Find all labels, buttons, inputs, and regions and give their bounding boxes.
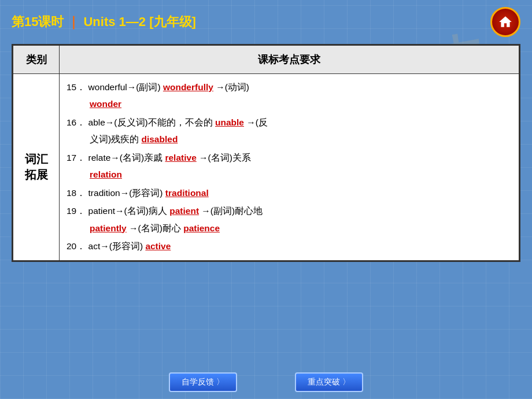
item-text: act→(形容词) — [88, 241, 146, 251]
category-cell: 词汇拓展 — [13, 74, 60, 261]
item-text: patient→(名词)病人 — [88, 206, 170, 216]
item-num: 19． — [66, 206, 86, 216]
answer: patience — [183, 223, 220, 233]
answer: active — [145, 241, 171, 251]
title-bar: ｜ — [67, 14, 80, 29]
item-text: relate→(名词)亲戚 — [88, 153, 165, 162]
list-item: 16． able→(反义词)不能的，不会的 unable →(反 义词)残疾的 … — [66, 114, 512, 148]
content-cell: 15． wonderful→(副词) wonderfully →(动词) won… — [60, 74, 519, 261]
answer: disabled — [141, 134, 178, 144]
answer: patient — [169, 206, 199, 216]
answer: patiently — [90, 223, 127, 233]
item-num: 16． — [66, 117, 86, 127]
footer: 自学反馈 〉 重点突破 〉 — [0, 372, 532, 392]
item-text: →(名词)关系 — [197, 153, 251, 162]
home-button[interactable] — [490, 7, 520, 37]
item-text: →(副词)耐心地 — [199, 206, 263, 216]
list-item: 15． wonderful→(副词) wonderfully →(动词) won… — [66, 79, 512, 113]
title-suffix: Units 1—2 [九年级] — [83, 14, 195, 29]
list-item: 19． patient→(名词)病人 patient →(副词)耐心地 pati… — [66, 202, 512, 237]
item-num: 17． — [66, 153, 86, 162]
table-row: 词汇拓展 15． wonderful→(副词) wonderfully →(动词… — [13, 74, 519, 261]
col2-header: 课标考点要求 — [60, 46, 519, 74]
list-item: 17． relate→(名词)亲戚 relative →(名词)关系 relat… — [66, 149, 512, 183]
item-text: →(反 — [244, 117, 268, 127]
answer: relative — [165, 153, 196, 162]
header-title: 第15课时｜Units 1—2 [九年级] — [12, 13, 196, 31]
col1-header: 类别 — [13, 46, 60, 74]
item-num: 15． — [66, 82, 86, 92]
main-table: 类别 课标考点要求 词汇拓展 15． wonderful→(副词) wonder… — [12, 44, 520, 262]
item-text: 义词)残疾的 — [90, 134, 141, 144]
answer: wonderfully — [163, 82, 213, 92]
header: 第15课时｜Units 1—2 [九年级] — [0, 0, 532, 44]
item-text: →(动词) — [213, 82, 249, 92]
item-num: 20． — [66, 241, 86, 251]
item-text: able→(反义词)不能的，不会的 — [88, 117, 215, 127]
item-text: →(名词)耐心 — [127, 223, 183, 233]
list-item: 20． act→(形容词) active — [66, 238, 512, 254]
list-item: 18． tradition→(形容词) traditional — [66, 184, 512, 201]
answer: wonder — [90, 99, 121, 109]
item-num: 18． — [66, 188, 86, 198]
key-points-button[interactable]: 重点突破 〉 — [295, 372, 363, 392]
answer: traditional — [165, 188, 209, 198]
self-study-button[interactable]: 自学反馈 〉 — [169, 372, 237, 392]
title-prefix: 第15课时 — [12, 14, 64, 29]
item-text: wonderful→(副词) — [88, 82, 163, 92]
answer: unable — [215, 117, 244, 127]
item-text: tradition→(形容词) — [88, 188, 165, 198]
answer: relation — [90, 169, 122, 179]
